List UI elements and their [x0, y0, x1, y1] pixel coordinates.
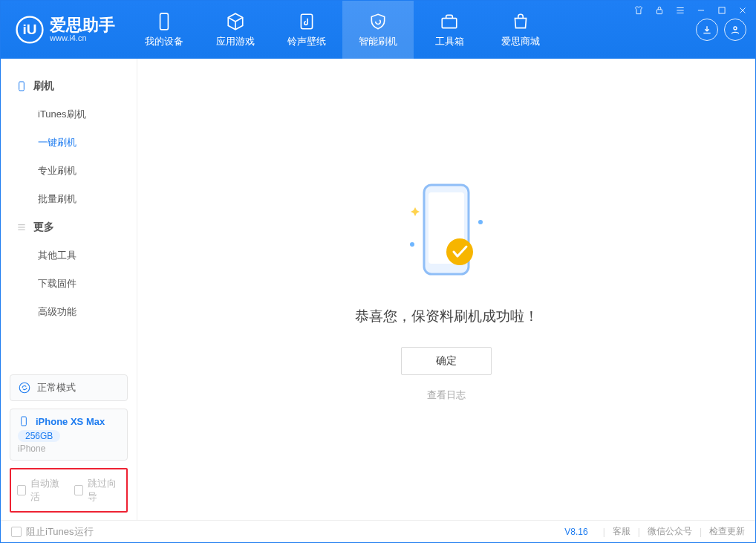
maximize-button[interactable] — [715, 4, 729, 17]
bag-icon — [510, 11, 531, 32]
tab-store[interactable]: 爱思商城 — [485, 1, 556, 59]
tab-label: 我的设备 — [145, 35, 183, 48]
view-log-link[interactable]: 查看日志 — [427, 388, 466, 402]
svg-text:iU: iU — [23, 22, 37, 37]
tab-ringtone-wallpaper[interactable]: 铃声壁纸 — [271, 1, 342, 59]
mode-card[interactable]: 正常模式 — [10, 374, 128, 401]
success-message: 恭喜您，保资料刷机成功啦！ — [355, 307, 538, 326]
checkbox-label: 自动激活 — [30, 477, 63, 504]
cube-icon — [225, 11, 246, 32]
header-tabs: 我的设备 应用游戏 铃声壁纸 智能刷机 工具箱 爱思商城 — [128, 1, 556, 59]
sidebar-item-pro-flash[interactable]: 专业刷机 — [1, 157, 137, 185]
svg-point-9 — [19, 383, 30, 393]
tab-apps-games[interactable]: 应用游戏 — [200, 1, 271, 59]
sidebar: 刷机 iTunes刷机 一键刷机 专业刷机 批量刷机 更多 其他工具 下载固件 … — [1, 59, 137, 520]
device-type: iPhone — [18, 443, 120, 454]
toolbox-icon — [439, 11, 460, 32]
svg-rect-1 — [719, 7, 725, 13]
svg-point-13 — [446, 238, 473, 265]
svg-rect-5 — [301, 14, 312, 29]
sidebar-section-flash: 刷机 — [1, 72, 137, 100]
svg-point-14 — [478, 220, 483, 224]
menu-icon[interactable] — [674, 4, 687, 17]
app-subtitle: www.i4.cn — [50, 33, 115, 42]
sidebar-item-other-tools[interactable]: 其他工具 — [1, 241, 137, 270]
highlighted-options: 自动激活 跳过向导 — [10, 468, 128, 513]
close-button[interactable] — [736, 4, 749, 17]
tab-label: 爱思商城 — [501, 35, 540, 48]
check-update-link[interactable]: 检查更新 — [709, 525, 745, 538]
download-button[interactable] — [696, 19, 718, 41]
sidebar-section-label: 刷机 — [33, 79, 54, 93]
tab-toolbox[interactable]: 工具箱 — [414, 1, 485, 59]
lock-icon[interactable] — [653, 4, 666, 17]
brand-logo[interactable]: iU 爱思助手 www.i4.cn — [1, 1, 128, 59]
svg-rect-6 — [442, 19, 457, 28]
checkbox-skip-guide[interactable]: 跳过向导 — [74, 477, 121, 504]
wechat-link[interactable]: 微信公众号 — [648, 525, 692, 538]
checkbox-icon — [11, 527, 22, 537]
music-file-icon — [296, 11, 317, 32]
app-body: 刷机 iTunes刷机 一键刷机 专业刷机 批量刷机 更多 其他工具 下载固件 … — [1, 59, 755, 520]
phone-icon — [154, 11, 175, 32]
sidebar-item-batch-flash[interactable]: 批量刷机 — [1, 185, 137, 213]
support-link[interactable]: 客服 — [613, 525, 630, 538]
sidebar-section-more: 更多 — [1, 213, 137, 241]
main-content: 恭喜您，保资料刷机成功啦！ 确定 查看日志 — [137, 59, 755, 520]
confirm-button[interactable]: 确定 — [401, 347, 492, 375]
device-storage-badge: 256GB — [18, 430, 60, 442]
refresh-shield-icon — [368, 11, 388, 32]
tab-label: 应用游戏 — [216, 35, 255, 48]
svg-rect-10 — [22, 417, 27, 426]
tab-label: 智能刷机 — [359, 35, 397, 48]
sidebar-item-oneclick-flash[interactable]: 一键刷机 — [1, 129, 137, 157]
checkbox-block-itunes[interactable]: 阻止iTunes运行 — [11, 525, 94, 539]
list-icon — [16, 221, 27, 233]
minimize-button[interactable] — [694, 4, 708, 17]
checkbox-auto-activate[interactable]: 自动激活 — [17, 477, 64, 504]
svg-point-7 — [734, 27, 737, 30]
mode-label: 正常模式 — [37, 381, 76, 394]
phone-icon — [18, 415, 30, 427]
sidebar-item-download-firmware[interactable]: 下载固件 — [1, 270, 137, 298]
checkbox-icon — [17, 485, 26, 495]
success-illustration — [402, 178, 491, 289]
account-button[interactable] — [724, 19, 746, 41]
app-title: 爱思助手 — [50, 17, 115, 33]
checkbox-label: 阻止iTunes运行 — [26, 525, 94, 539]
checkbox-icon — [74, 485, 83, 495]
svg-point-15 — [410, 242, 414, 247]
version-label: V8.16 — [564, 527, 587, 537]
app-window: iU 爱思助手 www.i4.cn 我的设备 应用游戏 铃声壁纸 智能刷机 — [0, 0, 756, 543]
tab-label: 铃声壁纸 — [287, 35, 326, 48]
tab-label: 工具箱 — [435, 35, 464, 48]
tab-smart-flash[interactable]: 智能刷机 — [342, 1, 414, 59]
shirt-icon[interactable] — [632, 4, 645, 17]
svg-rect-8 — [19, 82, 25, 91]
sync-icon — [18, 381, 31, 394]
svg-rect-0 — [657, 10, 662, 14]
sidebar-item-advanced[interactable]: 高级功能 — [1, 298, 137, 326]
status-bar: 阻止iTunes运行 V8.16 | 客服 | 微信公众号 | 检查更新 — [1, 520, 755, 542]
phone-icon — [16, 80, 27, 92]
svg-rect-4 — [160, 13, 169, 30]
device-name: iPhone XS Max — [36, 416, 105, 427]
sidebar-item-itunes-flash[interactable]: iTunes刷机 — [1, 100, 137, 129]
device-card[interactable]: iPhone XS Max 256GB iPhone — [10, 409, 128, 461]
tab-my-device[interactable]: 我的设备 — [128, 1, 200, 59]
sidebar-section-label: 更多 — [33, 221, 54, 234]
window-titlebar — [632, 4, 749, 17]
checkbox-label: 跳过向导 — [88, 477, 120, 504]
